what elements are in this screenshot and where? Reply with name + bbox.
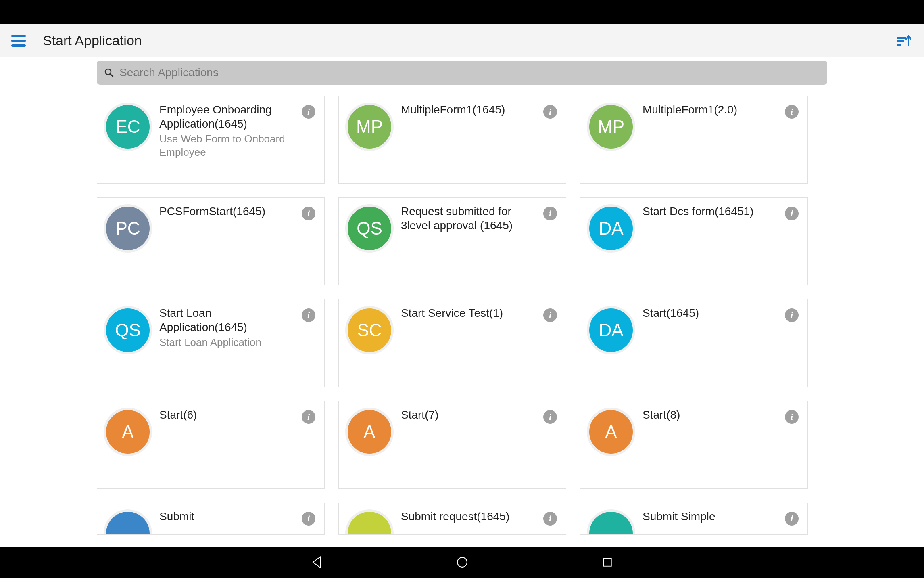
- avatar: DA: [587, 306, 635, 354]
- avatar: [587, 509, 635, 535]
- application-card[interactable]: QSStart Loan Application(1645)Start Loan…: [97, 299, 325, 387]
- search-input[interactable]: [119, 66, 820, 79]
- card-title: Start(6): [159, 408, 302, 422]
- card-body: Submit Simple: [642, 509, 801, 534]
- card-title: Start Service Test(1): [401, 306, 543, 320]
- info-icon[interactable]: i: [302, 410, 315, 424]
- card-title: Start(7): [401, 408, 543, 422]
- card-title: PCSFormStart(1645): [159, 204, 302, 218]
- avatar: A: [345, 408, 394, 456]
- info-icon[interactable]: i: [302, 207, 315, 220]
- search-icon: [104, 68, 114, 77]
- avatar: MP: [345, 103, 394, 151]
- search-box[interactable]: [97, 61, 827, 85]
- card-body: Submit: [159, 509, 318, 534]
- avatar: QS: [345, 204, 394, 253]
- card-body: Start Dcs form(16451): [642, 204, 801, 285]
- info-icon[interactable]: i: [543, 105, 557, 119]
- info-icon[interactable]: i: [785, 207, 799, 220]
- info-icon[interactable]: i: [785, 105, 799, 119]
- application-card[interactable]: ECEmployee Onboarding Application(1645)U…: [97, 96, 325, 184]
- info-icon[interactable]: i: [543, 207, 557, 220]
- application-card[interactable]: MPMultipleForm1(1645)i: [338, 96, 566, 184]
- info-icon[interactable]: i: [302, 105, 315, 119]
- card-body: MultipleForm1(2.0): [642, 103, 801, 183]
- card-title: MultipleForm1(1645): [401, 103, 543, 117]
- card-title: Request submitted for 3level approval (1…: [401, 204, 543, 232]
- application-card[interactable]: AStart(7)i: [338, 401, 566, 489]
- info-icon[interactable]: i: [785, 512, 799, 526]
- page-title: Start Application: [43, 33, 897, 48]
- application-card[interactable]: MPMultipleForm1(2.0)i: [580, 96, 808, 184]
- avatar: DA: [587, 204, 635, 253]
- avatar: PC: [104, 204, 152, 253]
- application-card[interactable]: DAStart(1645)i: [580, 299, 808, 387]
- svg-rect-2: [897, 37, 906, 39]
- card-body: Employee Onboarding Application(1645)Use…: [159, 103, 318, 183]
- device-status-bar: [0, 0, 924, 24]
- card-body: Start(1645): [642, 306, 801, 387]
- application-grid: ECEmployee Onboarding Application(1645)U…: [0, 89, 924, 535]
- application-card[interactable]: AStart(6)i: [97, 401, 325, 489]
- svg-line-4: [110, 74, 113, 77]
- info-icon[interactable]: i: [302, 308, 315, 322]
- svg-rect-1: [897, 40, 904, 42]
- recent-apps-icon[interactable]: [599, 554, 615, 570]
- avatar: [104, 509, 152, 535]
- card-subtitle: Start Loan Application: [159, 336, 302, 349]
- card-body: Start(8): [642, 408, 801, 488]
- card-body: Request submitted for 3level approval (1…: [401, 204, 559, 285]
- application-card[interactable]: SCStart Service Test(1)i: [338, 299, 566, 387]
- menu-icon[interactable]: [11, 35, 26, 47]
- android-nav-bar: [0, 547, 924, 578]
- avatar: A: [587, 408, 635, 456]
- app-bar: Start Application: [0, 24, 924, 57]
- card-title: Submit request(1645): [401, 509, 543, 524]
- search-row: [0, 57, 924, 89]
- application-card[interactable]: DAStart Dcs form(16451)i: [580, 197, 808, 285]
- card-body: MultipleForm1(1645): [401, 103, 559, 183]
- avatar: QS: [104, 306, 152, 354]
- application-card[interactable]: QSRequest submitted for 3level approval …: [338, 197, 566, 285]
- application-card[interactable]: Submit request(1645)i: [338, 503, 566, 535]
- svg-rect-6: [603, 558, 611, 566]
- sort-icon[interactable]: [897, 34, 911, 48]
- application-card[interactable]: Submit Simplei: [580, 503, 808, 535]
- card-title: Submit: [159, 509, 302, 524]
- card-title: MultipleForm1(2.0): [642, 103, 785, 117]
- card-subtitle: Use Web Form to Onboard Employee: [159, 132, 302, 159]
- svg-point-5: [457, 557, 467, 567]
- card-body: Start(6): [159, 408, 318, 488]
- card-title: Start Loan Application(1645): [159, 306, 302, 334]
- application-card[interactable]: AStart(8)i: [580, 401, 808, 489]
- info-icon[interactable]: i: [543, 308, 557, 322]
- info-icon[interactable]: i: [302, 512, 315, 526]
- avatar: SC: [345, 306, 394, 354]
- card-body: Start Loan Application(1645)Start Loan A…: [159, 306, 318, 387]
- card-title: Employee Onboarding Application(1645): [159, 103, 302, 131]
- back-icon[interactable]: [309, 554, 325, 570]
- card-title: Start(1645): [642, 306, 785, 320]
- application-card[interactable]: PCPCSFormStart(1645)i: [97, 197, 325, 285]
- card-body: PCSFormStart(1645): [159, 204, 318, 285]
- avatar: [345, 509, 394, 535]
- application-card[interactable]: Submiti: [97, 503, 325, 535]
- info-icon[interactable]: i: [785, 308, 799, 322]
- card-body: Submit request(1645): [401, 509, 559, 534]
- avatar: MP: [587, 103, 635, 151]
- card-title: Submit Simple: [642, 509, 785, 524]
- card-title: Start Dcs form(16451): [642, 204, 785, 218]
- card-body: Start Service Test(1): [401, 306, 559, 387]
- info-icon[interactable]: i: [543, 512, 557, 526]
- info-icon[interactable]: i: [543, 410, 557, 424]
- svg-rect-0: [897, 44, 901, 46]
- card-body: Start(7): [401, 408, 559, 488]
- info-icon[interactable]: i: [785, 410, 799, 424]
- avatar: EC: [104, 103, 152, 151]
- avatar: A: [104, 408, 152, 456]
- card-title: Start(8): [642, 408, 785, 422]
- home-icon[interactable]: [454, 554, 470, 570]
